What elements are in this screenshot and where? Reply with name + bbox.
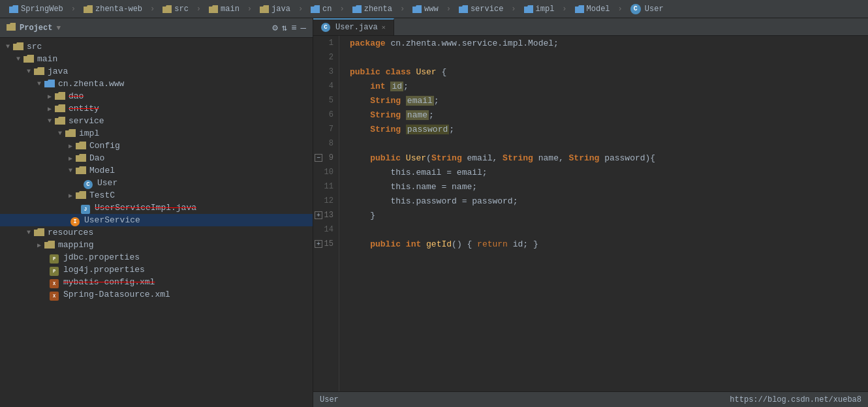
breadcrumb-service[interactable]: service — [455, 3, 507, 15]
fold-expand-indicator-15[interactable]: + — [315, 240, 322, 248]
breadcrumb-springweb[interactable]: SpringWeb — [5, 3, 67, 15]
dropdown-arrow[interactable]: ▼ — [56, 24, 61, 32]
breadcrumb-src[interactable]: src — [159, 3, 193, 15]
sidebar-item-mapping[interactable]: ▶ mapping — [0, 239, 313, 251]
collapse-icon[interactable]: ⇅ — [282, 22, 287, 33]
folder-icon-src — [13, 42, 25, 52]
sidebar-item-impl[interactable]: ▼ impl — [0, 127, 313, 140]
sidebar-actions: ⚙ ⇅ ≡ — — [272, 22, 306, 33]
tab-class-icon: C — [321, 23, 330, 32]
kw-public-3: public — [350, 67, 380, 77]
tree-arrow-dao: ▶ — [44, 93, 55, 100]
folder-icon-dao-pkg — [76, 154, 87, 163]
folder-icon — [209, 5, 218, 13]
code-line-2 — [339, 50, 868, 65]
minimize-icon[interactable]: — — [301, 23, 306, 33]
breadcrumb-impl[interactable]: impl — [520, 3, 559, 15]
tab-user-java[interactable]: C User.java ✕ — [313, 18, 394, 35]
sidebar-item-log4j-props[interactable]: P log4j.properties — [0, 264, 313, 276]
tree-arrow-java: ▼ — [23, 68, 34, 75]
breadcrumb-www[interactable]: www — [409, 3, 442, 15]
folder-icon — [7, 23, 16, 33]
java-label: java — [48, 67, 68, 76]
sidebar-item-config[interactable]: ▶ Config — [0, 140, 313, 152]
kw-int-15: int — [406, 239, 421, 249]
service-label: service — [69, 116, 104, 126]
line-num-14: 14 — [313, 222, 339, 237]
sidebar-item-mybatis-config[interactable]: X mybatis-config.xml — [0, 276, 313, 288]
line-num-7: 7 — [313, 122, 339, 136]
folder-icon — [84, 5, 93, 13]
sidebar-item-java[interactable]: ▼ java — [0, 65, 313, 78]
tab-close-button[interactable]: ✕ — [382, 23, 386, 31]
sidebar-item-spring-datasource[interactable]: X Spring-Datasource.xml — [0, 288, 313, 301]
folder-icon-java-dir — [34, 67, 46, 76]
breadcrumb-zhenta-web[interactable]: zhenta-web — [80, 3, 146, 15]
sidebar-item-cn-zhenta-www[interactable]: ▼ cn.zhenta.www — [0, 78, 313, 90]
sidebar-item-service[interactable]: ▼ service — [0, 115, 313, 127]
sidebar-item-user-class[interactable]: C User — [0, 177, 313, 189]
folder-icon-mapping — [44, 241, 56, 250]
breadcrumb-cn[interactable]: cn — [307, 3, 335, 15]
breadcrumb-java-label: java — [271, 5, 290, 14]
kw-int: int — [370, 82, 385, 91]
line-num-1: 1 — [313, 36, 339, 50]
sidebar-item-userservice[interactable]: I UserService — [0, 214, 313, 226]
tree-arrow-src: ▼ — [3, 43, 13, 50]
model-label: Model — [89, 166, 115, 175]
breadcrumb-src-label: src — [174, 5, 189, 14]
folder-icon-cn — [44, 80, 56, 89]
folder-icon — [352, 5, 362, 13]
sidebar-item-model[interactable]: ▼ Model — [0, 164, 313, 177]
var-email: email — [406, 96, 434, 106]
line-num-11: 11 — [313, 179, 339, 194]
xml-icon-spring-ds: X — [50, 290, 61, 299]
line-num-4: 4 — [313, 79, 339, 93]
sidebar-item-jdbc-props[interactable]: P jdbc.properties — [0, 251, 313, 264]
breadcrumb-model[interactable]: Model — [571, 3, 614, 15]
kw-package: package — [350, 38, 386, 48]
sidebar-item-main[interactable]: ▼ main — [0, 53, 313, 65]
tree-arrow-cn: ▼ — [34, 80, 44, 87]
sidebar-item-dao-pkg[interactable]: ▶ Dao — [0, 152, 313, 164]
sidebar-item-entity[interactable]: ▶ entity — [0, 102, 313, 115]
mybatis-config-label: mybatis-config.xml — [63, 277, 155, 287]
kw-string-email: String — [431, 153, 462, 163]
spring-datasource-label: Spring-Datasource.xml — [63, 290, 170, 299]
folder-icon-model — [76, 166, 87, 175]
java-file-icon: J — [81, 204, 93, 213]
code-line-13: } — [339, 208, 868, 222]
sep3: › — [196, 5, 201, 14]
breadcrumb-main[interactable]: main — [205, 3, 243, 15]
breadcrumb-impl-label: impl — [536, 5, 555, 14]
breadcrumb-user[interactable]: C User — [627, 3, 668, 16]
tree-arrow-config: ▶ — [65, 142, 76, 150]
line-num-13: + 13 — [313, 208, 339, 222]
kw-string-name: String — [503, 153, 533, 163]
tree-arrow-service: ▼ — [44, 117, 55, 125]
settings-icon[interactable]: ⚙ — [272, 22, 277, 33]
fold-collapse-indicator[interactable]: − — [315, 154, 322, 162]
code-line-14 — [339, 222, 868, 237]
code-editor[interactable]: package cn.zhenta.www.service.impl.Model… — [339, 36, 868, 391]
kw-string-5: String — [370, 96, 401, 106]
folder-icon — [163, 5, 172, 13]
gear-icon[interactable]: ≡ — [291, 23, 296, 33]
status-file-name: User — [320, 395, 339, 404]
sidebar-item-testc[interactable]: ▶ TestC — [0, 189, 313, 202]
sidebar-item-userserviceimpl[interactable]: J UserServiceImpl.java — [0, 202, 313, 214]
code-line-7: String password ; — [339, 122, 868, 136]
sidebar-item-src[interactable]: ▼ src — [0, 40, 313, 53]
fn-getid: getId — [426, 239, 452, 249]
breadcrumb-user-label: User — [645, 5, 664, 14]
breadcrumb-java[interactable]: java — [256, 3, 294, 15]
fold-expand-indicator-13[interactable]: + — [315, 211, 322, 219]
breadcrumb-www-label: www — [424, 5, 439, 14]
sidebar-item-dao[interactable]: ▶ dao — [0, 90, 313, 102]
props-icon-jdbc: P — [50, 253, 61, 262]
mapping-label: mapping — [58, 240, 94, 250]
breadcrumb-zhenta[interactable]: zhenta — [349, 3, 396, 15]
entity-label: entity — [69, 104, 99, 113]
folder-icon — [311, 5, 320, 13]
sidebar-item-resources[interactable]: ▼ resources — [0, 226, 313, 239]
